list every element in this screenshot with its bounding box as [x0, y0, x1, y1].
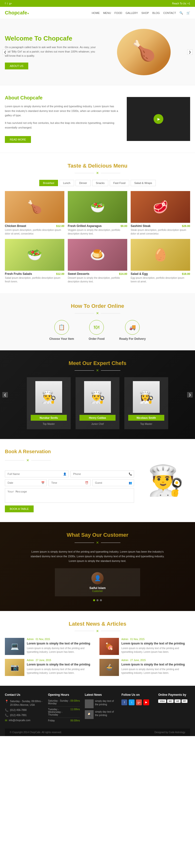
top-bar-contact: Reach To Us: +1: [172, 2, 190, 5]
reservation-prefix: Book A: [5, 449, 23, 454]
hero-cta-button[interactable]: ABOUT US: [5, 63, 28, 69]
news-content-2: Admin 01 Nov, 2015 Lorem ipsum is simply…: [121, 638, 190, 655]
chef-card-2: 👨‍🍳 Henry Caldas Junior Chef: [76, 377, 119, 429]
hours-row-1: Saturday - Sunday - Monday 09:00hrs: [48, 700, 80, 705]
logo-suffix: ✦: [27, 12, 29, 15]
nav-contact[interactable]: CONTACT: [163, 11, 176, 14]
footer-phone2-text: (012) 456-7891: [10, 713, 27, 717]
news-title-4[interactable]: Lorem ipsum is simply the text of the pr…: [121, 662, 190, 667]
menu-title: Taste & Delicious Menu ✕: [5, 163, 190, 175]
menu-item-price: $9.00: [120, 224, 127, 227]
tab-breakfast[interactable]: Breakfast: [39, 180, 58, 186]
about-section: About Chopcafe Lorem ipsum is simply dum…: [0, 85, 195, 153]
chefs-prefix: Meet Our: [69, 360, 93, 366]
tab-snacks[interactable]: Snacks: [92, 180, 108, 186]
nav-home[interactable]: HOME: [92, 11, 100, 14]
menu-item-img-asparagus: 🥗: [68, 191, 127, 223]
chefs-left-arrow[interactable]: ❮: [2, 392, 8, 398]
date-input[interactable]: [5, 479, 46, 486]
about-read-more-button[interactable]: READ MORE: [5, 136, 31, 143]
menu-item-info: Fresh Fruits Salads $12.00: [5, 271, 64, 276]
hero-left-arrow[interactable]: ❮: [2, 49, 8, 55]
hero-right-arrow[interactable]: ❯: [187, 49, 193, 55]
phone-input[interactable]: [71, 470, 134, 477]
menu-item-price: $12.00: [56, 272, 64, 275]
menu-grid: 🍗 Chicken Breast $12.00 Lorem ipsum desc…: [5, 191, 190, 283]
tw-icon[interactable]: t: [7, 2, 8, 5]
menu-item-img-steak: 🥩: [131, 191, 190, 223]
dot-3[interactable]: [100, 599, 102, 601]
hero-food-image: [117, 29, 171, 75]
testimonial-name: Saiful Islam: [59, 586, 136, 590]
play-button[interactable]: [154, 114, 163, 124]
footer-tw-icon[interactable]: t: [129, 700, 134, 705]
news-title-2[interactable]: Lorem ipsum is simply the text of the pr…: [121, 642, 190, 646]
about-video[interactable]: [127, 97, 190, 141]
hero-title: Welcome To Chopcafe: [5, 35, 98, 42]
book-table-button[interactable]: BOOK A TABLE: [5, 505, 34, 512]
chefs-highlight: Expert Chefs: [93, 360, 126, 366]
nav-shop[interactable]: SHOP: [141, 11, 149, 14]
footer-gp-icon[interactable]: g+: [136, 700, 142, 705]
time-field-wrapper: ⏰: [48, 479, 90, 486]
news-content-4: Admin 27 June, 2015 Lorem ipsum is simpl…: [121, 659, 190, 676]
news-prefix: Latest News &: [69, 621, 107, 627]
tab-salad[interactable]: Salad & Wraps: [131, 180, 156, 186]
news-content-3: Admin 27 June, 2015 Lorem ipsum is simpl…: [27, 659, 95, 676]
chef-role-3: Top Master: [140, 423, 152, 425]
tab-fastfood[interactable]: Fast Food: [110, 180, 129, 186]
form-row-2: 📅 ⏰ 👥: [5, 479, 134, 486]
fb-icon[interactable]: f: [5, 2, 6, 5]
hours-time-1: 09:00hrs: [71, 700, 80, 705]
gp-icon[interactable]: g+: [9, 2, 12, 5]
menu-item-desc: Egg ipsum description, portfolio descrip…: [131, 276, 190, 283]
chef-card-3: 👩‍🍳 Nicolaus Smith Top Master: [124, 377, 168, 429]
news-thumb-1: 💻: [5, 638, 24, 655]
news-title-3[interactable]: Lorem ipsum is simply the text of the pr…: [27, 662, 95, 667]
top-bar-social: f t g+: [5, 2, 12, 5]
tab-lunch[interactable]: Lunch: [60, 180, 74, 186]
time-input[interactable]: [48, 479, 90, 486]
hero-text: Welcome To Chopcafe On a paragraph calle…: [5, 35, 98, 69]
order-icon: 🍽: [89, 320, 104, 335]
message-input[interactable]: [5, 488, 134, 503]
menu-heading: Taste & Delicious Menu: [5, 163, 190, 169]
footer-news-title: Latest News: [85, 693, 117, 696]
chefs-right-arrow[interactable]: ❯: [187, 392, 193, 398]
order-steps: 📋 Choose Your Item 🍽 Order Food 🚚 Ready …: [5, 320, 190, 341]
dot-1[interactable]: [93, 599, 95, 601]
main-nav: HOME MENU FOOD GALLERY SHOP BLOG CONTACT…: [92, 11, 190, 15]
footer-phone1: 📞 (012) 456-7890: [5, 708, 43, 712]
about-title: About Chopcafe: [5, 95, 119, 101]
menu-item-info: Salad & Egg $18.00: [131, 271, 190, 276]
footer-phone1-text: (012) 456-7890: [10, 708, 27, 712]
cart-icon[interactable]: 🛒: [187, 11, 190, 15]
search-icon[interactable]: 🔍: [180, 11, 183, 15]
footer-yt-icon[interactable]: ▶: [143, 700, 149, 705]
logo[interactable]: Chopcafe✦: [5, 10, 29, 16]
fullname-input[interactable]: [5, 470, 69, 477]
news-title-1[interactable]: Lorem ipsum is simply the text of the pr…: [27, 642, 95, 646]
news-author-4: Admin: [121, 659, 128, 661]
chef-photo-1: 👨‍🍳: [35, 381, 62, 413]
tab-dinner[interactable]: Dinner: [76, 180, 91, 186]
hours-row-2: Tuesday - Wednesday - Thursday 11:00hrs: [48, 708, 80, 716]
news-section: Latest News & Articles ✕ 💻 Admin 01 Nov,…: [0, 611, 195, 686]
menu-item: 🥚 Salad & Egg $18.00 Egg ipsum descripti…: [131, 239, 190, 283]
footer: Contact Us 📍 Saturday - Sunday, 09:00hrs…: [0, 686, 195, 736]
header: Chopcafe✦ HOME MENU FOOD GALLERY SHOP BL…: [0, 7, 195, 19]
menu-item: 🍗 Chicken Breast $12.00 Lorem ipsum desc…: [5, 191, 64, 236]
news-meta-2: Admin 01 Nov, 2015: [121, 638, 190, 641]
news-item-2: 🍖 Admin 01 Nov, 2015 Lorem ipsum is simp…: [100, 638, 190, 655]
testimonial-highlight: Our Customer: [92, 532, 128, 538]
guest-input[interactable]: [92, 479, 134, 486]
footer-news-text-2: simply day text of the printing: [95, 710, 117, 719]
menu-item-desc: Salad ipsum description, portfolio descr…: [5, 276, 64, 283]
nav-gallery[interactable]: GALLERY: [125, 11, 138, 14]
dot-2[interactable]: [96, 599, 99, 601]
nav-blog[interactable]: BLOG: [152, 11, 160, 14]
news-divider: ✕: [5, 629, 190, 633]
footer-fb-icon[interactable]: f: [121, 700, 127, 705]
nav-food[interactable]: FOOD: [115, 11, 122, 14]
nav-menu[interactable]: MENU: [103, 11, 111, 14]
